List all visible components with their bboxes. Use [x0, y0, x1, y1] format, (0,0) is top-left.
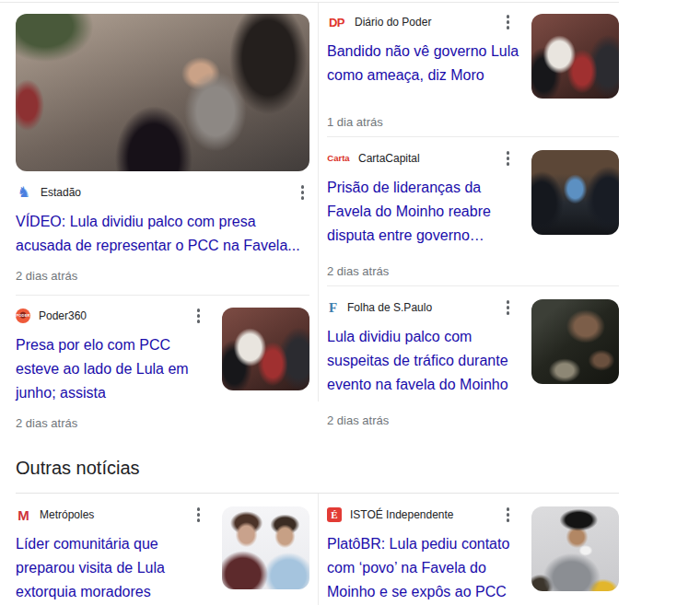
article-thumbnail[interactable]	[222, 308, 309, 390]
news-card-diario-do-poder: DP Diário do Poder Bandido não vê govern…	[327, 3, 619, 136]
headline-link[interactable]: Presa por elo com PCC esteve ao lado de …	[16, 333, 205, 405]
news-card-cartacapital: Carta CartaCapital Prisão de lideranças …	[327, 137, 619, 285]
article-thumbnail[interactable]	[222, 506, 309, 589]
timestamp: 2 dias atrás	[16, 269, 309, 283]
article-thumbnail[interactable]	[531, 299, 619, 384]
metropoles-logo-icon: M	[16, 508, 31, 522]
article-thumbnail[interactable]	[531, 150, 619, 235]
timestamp: 1 dia atrás	[327, 115, 619, 129]
news-card-poder360: PODER Poder360 Presa por elo com PCC est…	[16, 296, 309, 430]
more-options-icon[interactable]	[501, 505, 516, 525]
article-hero-image[interactable]	[16, 14, 309, 171]
more-options-icon[interactable]	[192, 505, 206, 525]
right-column: É ISTOÉ Independente PlatôBR: Lula pediu…	[327, 494, 619, 605]
headline-link[interactable]: Lula dividiu palco com suspeitas de tráf…	[327, 325, 515, 397]
left-column: M Metrópoles Líder comunitária que prepa…	[16, 494, 309, 605]
other-news-heading: Outras notícias	[16, 458, 700, 479]
timestamp: 2 dias atrás	[327, 264, 619, 278]
timestamp: 2 dias atrás	[16, 416, 309, 430]
source-name[interactable]: Estadão	[41, 184, 81, 201]
column-divider	[318, 494, 319, 605]
article-thumbnail[interactable]	[531, 14, 619, 99]
right-column: DP Diário do Poder Bandido não vê govern…	[327, 3, 619, 435]
headline-link[interactable]: PlatôBR: Lula pediu contato com ‘povo’ n…	[327, 532, 515, 604]
more-options-icon[interactable]	[501, 148, 516, 169]
source-name[interactable]: Metrópoles	[40, 506, 94, 523]
more-options-icon[interactable]	[192, 306, 206, 326]
news-card-folha: F Folha de S.Paulo Lula dividiu palco co…	[327, 286, 619, 435]
more-options-icon[interactable]	[501, 297, 516, 318]
estadao-logo-icon: ♞	[16, 185, 32, 200]
source-name[interactable]: CartaCapital	[358, 150, 420, 167]
headline-link[interactable]: VÍDEO: Lula dividiu palco com presa acus…	[16, 210, 309, 258]
other-news-grid: M Metrópoles Líder comunitária que prepa…	[16, 494, 619, 605]
headline-link[interactable]: Bandido não vê governo Lula como ameaça,…	[327, 40, 515, 87]
istoe-logo-icon: É	[327, 507, 342, 522]
news-card-estadao: ♞ Estadão VÍDEO: Lula dividiu palco com …	[16, 14, 309, 283]
left-column: ♞ Estadão VÍDEO: Lula dividiu palco com …	[16, 3, 309, 435]
source-name[interactable]: Poder360	[39, 308, 87, 324]
poder360-logo-icon: PODER	[16, 308, 30, 323]
diario-do-poder-logo-icon: DP	[327, 17, 346, 29]
more-options-icon[interactable]	[501, 12, 516, 32]
headline-link[interactable]: Prisão de lideranças da Favela do Moinho…	[327, 176, 515, 248]
cartacapital-logo-icon: Carta	[327, 154, 350, 163]
more-options-icon[interactable]	[296, 182, 310, 203]
folha-logo-icon: F	[327, 301, 339, 315]
news-results: ♞ Estadão VÍDEO: Lula dividiu palco com …	[16, 3, 619, 435]
top-news-grid: ♞ Estadão VÍDEO: Lula dividiu palco com …	[16, 3, 619, 435]
news-card-metropoles: M Metrópoles Líder comunitária que prepa…	[16, 494, 309, 605]
source-name[interactable]: Folha de S.Paulo	[347, 299, 432, 316]
timestamp: 2 dias atrás	[327, 413, 619, 427]
source-name[interactable]: ISTOÉ Independente	[350, 506, 454, 523]
source-name[interactable]: Diário do Poder	[355, 14, 431, 30]
headline-link[interactable]: Líder comunitária que preparou visita de…	[16, 532, 205, 604]
column-divider	[318, 3, 319, 401]
article-thumbnail[interactable]	[531, 506, 619, 591]
news-card-istoe: É ISTOÉ Independente PlatôBR: Lula pediu…	[327, 494, 619, 605]
